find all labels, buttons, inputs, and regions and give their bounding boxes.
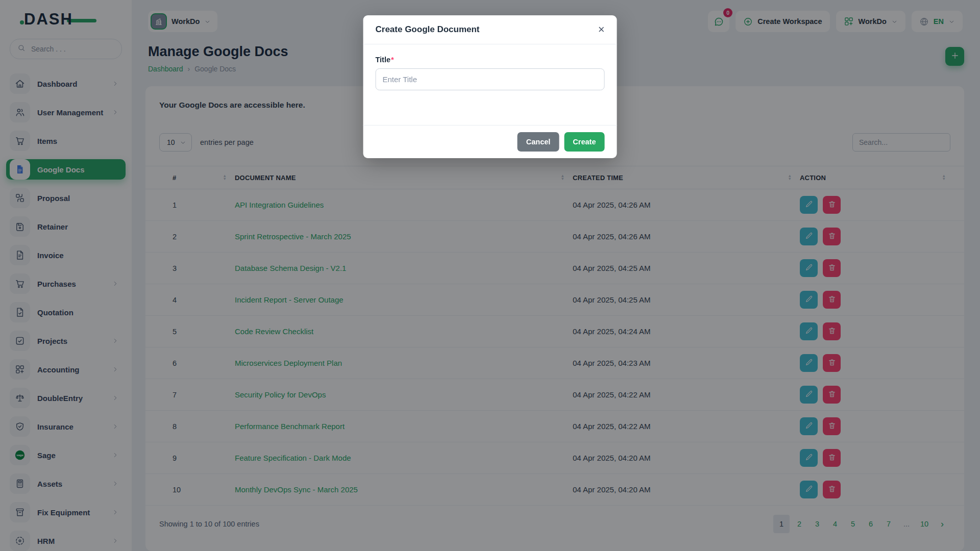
- modal-header: Create Google Document ×: [363, 15, 617, 44]
- title-input[interactable]: [376, 68, 605, 90]
- title-field-label: Title*: [376, 56, 605, 64]
- modal-body: Title*: [363, 44, 617, 125]
- modal-title: Create Google Document: [376, 24, 480, 35]
- close-icon[interactable]: ×: [598, 24, 605, 35]
- required-asterisk: *: [391, 56, 394, 64]
- modal-footer: Cancel Create: [363, 125, 617, 158]
- create-document-modal: Create Google Document × Title* Cancel C…: [363, 15, 617, 158]
- cancel-button[interactable]: Cancel: [518, 132, 559, 152]
- create-button[interactable]: Create: [564, 132, 604, 152]
